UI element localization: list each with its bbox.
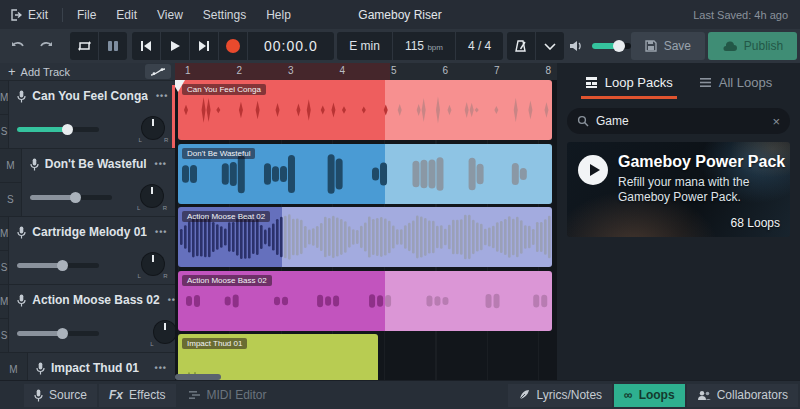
skip-forward-icon <box>197 40 211 52</box>
collaborators-tab[interactable]: Collaborators <box>687 384 798 407</box>
add-track-button[interactable]: + Add Track <box>8 64 70 79</box>
audio-clip[interactable]: Don't Be Wasteful <box>178 144 552 204</box>
lyrics-notes-tab[interactable]: Lyrics/Notes <box>508 384 612 407</box>
exit-label: Exit <box>28 8 48 22</box>
loops-panel: Loop Packs All Loops × Gameboy Power Pac… <box>557 63 800 380</box>
midi-editor-label: MIDI Editor <box>207 388 267 402</box>
key-selector[interactable]: E min <box>337 39 392 53</box>
redo-button[interactable] <box>32 33 60 59</box>
track-row[interactable]: MSAction Moose Bass 02•••LR <box>0 285 175 353</box>
menu-edit[interactable]: Edit <box>106 0 147 29</box>
volume-handle[interactable] <box>613 40 625 52</box>
menu-view[interactable]: View <box>147 0 193 29</box>
list-icon <box>699 77 712 88</box>
play-button[interactable] <box>161 33 189 59</box>
midi-editor-tab[interactable]: MIDI Editor <box>178 384 277 407</box>
bar-number: 8 <box>546 65 552 76</box>
track-name: Can You Feel Conga <box>32 89 148 103</box>
search-input[interactable] <box>596 114 765 128</box>
bar-number: 2 <box>237 65 243 76</box>
track-body: Cartridge Melody 01•••LR <box>9 217 175 284</box>
exit-button[interactable]: Exit <box>0 0 58 29</box>
loop-search-box[interactable]: × <box>567 108 790 134</box>
tempo-selector[interactable]: 115 bpm <box>393 39 455 53</box>
track-name: Impact Thud 01 <box>51 361 147 375</box>
track-menu-button[interactable]: ••• <box>153 227 169 237</box>
track-row[interactable]: MSImpact Thud 01•••LR <box>0 353 175 380</box>
source-tab[interactable]: Source <box>24 384 97 407</box>
pan-knob[interactable]: LR <box>137 183 167 211</box>
metronome-menu-button[interactable] <box>536 33 564 59</box>
master-volume-slider[interactable] <box>592 43 631 49</box>
tab-loop-packs[interactable]: Loop Packs <box>585 75 673 99</box>
clip-label: Don't Be Wasteful <box>182 148 255 159</box>
pack-play-button[interactable] <box>578 155 608 185</box>
track-volume-slider[interactable] <box>17 263 99 268</box>
loop-toggle-button[interactable] <box>70 33 98 59</box>
menu-help[interactable]: Help <box>256 0 301 29</box>
menu-divider <box>62 8 63 22</box>
horizontal-scrollbar[interactable] <box>175 374 221 380</box>
clear-search-icon[interactable]: × <box>772 114 780 129</box>
pack-title: Gameboy Power Pack <box>618 153 785 171</box>
speaker-icon[interactable] <box>568 39 584 53</box>
exit-icon <box>10 9 22 21</box>
split-regions-button[interactable] <box>99 33 127 59</box>
go-to-end-button[interactable] <box>190 33 218 59</box>
mute-button[interactable]: M <box>0 353 27 380</box>
pan-left-label: L <box>138 137 141 143</box>
go-to-start-button[interactable] <box>132 33 160 59</box>
publish-button[interactable]: Publish <box>708 32 797 60</box>
track-row[interactable]: MSCartridge Melody 01•••LR <box>0 217 175 285</box>
solo-button[interactable]: S <box>0 115 8 148</box>
clip-lanes[interactable]: Can You Feel CongaDon't Be WastefulActio… <box>175 80 557 380</box>
track-menu-button[interactable]: ••• <box>166 295 175 305</box>
midi-icon <box>188 390 201 400</box>
mute-button[interactable]: M <box>0 149 21 183</box>
save-button[interactable]: Save <box>631 32 705 60</box>
undo-icon <box>10 40 26 52</box>
loop-region[interactable] <box>175 63 390 80</box>
solo-button[interactable]: S <box>0 319 8 352</box>
clip-label: Can You Feel Conga <box>182 84 266 95</box>
menu-file[interactable]: File <box>67 0 106 29</box>
solo-button[interactable]: S <box>0 251 8 284</box>
track-menu-button[interactable]: ••• <box>153 363 169 373</box>
mute-button[interactable]: M <box>0 217 8 251</box>
timeline-ruler[interactable]: 12345678 <box>175 63 557 80</box>
people-icon <box>697 390 711 401</box>
mic-icon <box>17 294 26 307</box>
audio-clip[interactable]: Action Moose Bass 02 <box>178 271 552 331</box>
timeline-area[interactable]: 12345678 Can You Feel CongaDon't Be Wast… <box>175 63 557 380</box>
menu-settings[interactable]: Settings <box>193 0 256 29</box>
audio-clip[interactable]: Can You Feel Conga <box>178 80 552 140</box>
undo-button[interactable] <box>4 33 32 59</box>
pan-knob[interactable]: LR <box>138 251 168 279</box>
track-body: Action Moose Bass 02•••LR <box>9 285 175 352</box>
track-menu-button[interactable]: ••• <box>154 91 170 101</box>
mute-button[interactable]: M <box>0 285 8 319</box>
fx-effects-tab[interactable]: Fx Effects <box>99 384 175 407</box>
track-row[interactable]: MSCan You Feel Conga•••LR <box>0 81 175 149</box>
track-volume-slider[interactable] <box>30 195 112 200</box>
track-row[interactable]: MSDon't Be Wasteful•••LR <box>0 149 175 217</box>
track1-arm-indicator <box>172 85 175 148</box>
loop-pack-card[interactable]: Gameboy Power Pack Refill your mana with… <box>567 142 790 237</box>
mute-button[interactable]: M <box>0 81 8 115</box>
time-signature-selector[interactable]: 4 / 4 <box>456 39 503 53</box>
track-panel: + Add Track MSCan You Feel Conga•••LRMSD… <box>0 63 175 380</box>
metronome-button[interactable] <box>507 33 535 59</box>
track-volume-slider[interactable] <box>17 127 99 132</box>
save-icon <box>645 40 657 52</box>
audio-clip[interactable]: Action Moose Beat 02 <box>178 207 552 267</box>
loops-tab[interactable]: ∞ Loops <box>614 384 685 407</box>
pan-knob[interactable]: LR <box>150 319 175 347</box>
pan-knob[interactable]: LR <box>138 115 168 143</box>
track-menu-button[interactable]: ••• <box>153 159 169 169</box>
tab-all-loops[interactable]: All Loops <box>699 75 772 99</box>
track-name: Cartridge Melody 01 <box>32 225 147 239</box>
record-button[interactable] <box>219 33 247 59</box>
solo-button[interactable]: S <box>0 183 21 216</box>
track-volume-slider[interactable] <box>17 331 99 336</box>
automation-toggle-button[interactable] <box>145 64 171 79</box>
